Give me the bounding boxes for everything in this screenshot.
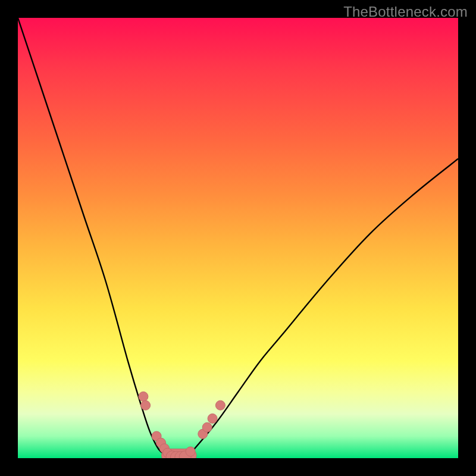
curve-layer — [18, 18, 458, 458]
curve-right — [172, 159, 458, 458]
marker-right-upper-3 — [208, 414, 217, 423]
curve-left — [18, 18, 185, 458]
chart-plot-area — [18, 18, 458, 458]
marker-left-upper-2 — [141, 400, 151, 410]
marker-right-lower-1 — [186, 447, 195, 456]
watermark-text: TheBottleneck.com — [343, 4, 468, 20]
marker-right-top — [215, 400, 225, 410]
marker-left-upper-1 — [139, 392, 148, 401]
chart-svg — [18, 18, 458, 458]
marker-right-upper-2 — [202, 422, 212, 432]
marker-layer — [139, 392, 226, 458]
chart-frame: TheBottleneck.com — [0, 0, 476, 476]
